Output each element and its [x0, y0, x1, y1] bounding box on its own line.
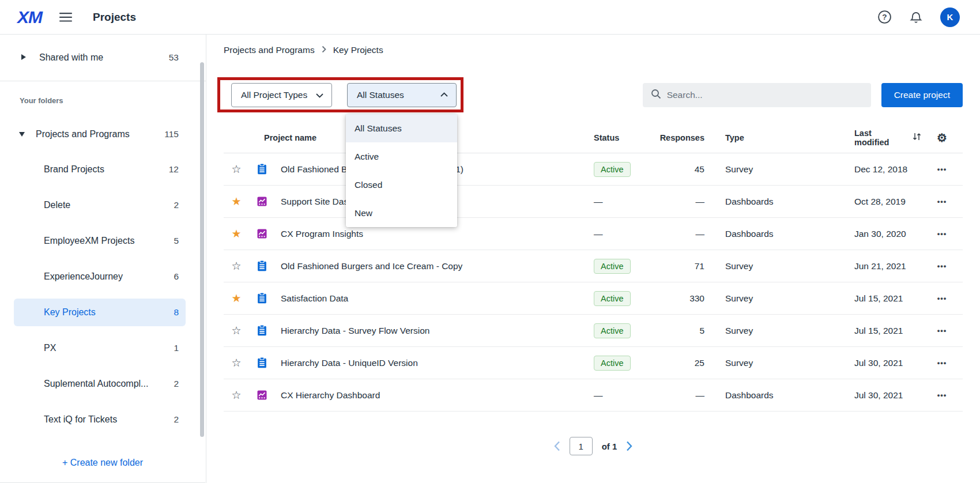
status-option-closed[interactable]: Closed [346, 171, 457, 199]
user-avatar[interactable]: K [940, 7, 960, 27]
folder-label: ExperienceJourney [44, 271, 174, 282]
chevron-up-icon [440, 90, 448, 100]
global-nav-menu-icon[interactable] [59, 13, 72, 22]
column-header-responses[interactable]: Responses [650, 133, 708, 142]
sidebar-item-key-projects[interactable]: Key Projects8 [14, 299, 186, 326]
help-button[interactable]: ? [877, 10, 892, 24]
status-option-new[interactable]: New [346, 199, 457, 227]
project-name[interactable]: CX Hierarchy Dashboard [274, 390, 588, 401]
responses-cell: 330 [650, 293, 708, 304]
star-outline-icon[interactable]: ☆ [224, 324, 249, 337]
table-row[interactable]: ★Satisfaction DataActive330SurveyJul 15,… [224, 282, 963, 315]
table-row[interactable]: ☆Old Fashioned Burgers and Ice Cream - C… [224, 250, 963, 282]
search-input[interactable] [667, 90, 863, 100]
column-header-status[interactable]: Status [588, 133, 650, 142]
create-new-folder-button[interactable]: + Create new folder [62, 458, 143, 468]
star-outline-icon[interactable]: ☆ [224, 356, 249, 369]
your-folders-label: Your folders [20, 96, 206, 105]
table-row[interactable]: ☆Hierarchy Data - UniqueID VersionActive… [224, 347, 963, 379]
project-name[interactable]: Hierarchy Data - Survey Flow Version [274, 326, 588, 336]
row-actions-button[interactable]: ••• [921, 229, 963, 238]
star-outline-icon[interactable]: ☆ [224, 388, 249, 402]
row-actions-button[interactable]: ••• [921, 294, 963, 303]
table-row[interactable]: ☆Hierarchy Data - Survey Flow VersionAct… [224, 315, 963, 347]
folder-count: 1 [174, 343, 179, 353]
folder-label: PX [44, 343, 174, 353]
status-option-active[interactable]: Active [346, 142, 457, 171]
status-select[interactable]: All Statuses [347, 83, 457, 107]
status-option-all-statuses[interactable]: All Statuses [346, 114, 457, 142]
sidebar-folder-list: Brand Projects12Delete2EmployeeXM Projec… [0, 156, 206, 433]
folder-count: 2 [174, 200, 179, 210]
create-project-button[interactable]: Create project [881, 83, 963, 107]
table-row[interactable]: ★CX Program Insights——DashboardsJan 30, … [224, 218, 963, 250]
project-name[interactable]: CX Program Insights [274, 229, 588, 239]
survey-icon [249, 324, 274, 337]
modified-cell: Jul 30, 2021 [840, 358, 921, 368]
status-cell: — [588, 197, 650, 207]
star-outline-icon[interactable]: ☆ [224, 163, 249, 176]
chevron-down-icon [18, 129, 25, 139]
project-name[interactable]: Old Fashioned Burgers and Ice Cream - Co… [274, 261, 588, 271]
row-actions-button[interactable]: ••• [921, 262, 963, 270]
page-title: Projects [93, 11, 136, 24]
ellipsis-icon: ••• [937, 197, 947, 206]
previous-page-button[interactable] [554, 441, 560, 451]
type-cell: Survey [708, 293, 840, 304]
table-row[interactable]: ☆CX Hierarchy Dashboard——DashboardsJul 3… [224, 379, 963, 412]
sidebar-item-experiencejourney[interactable]: ExperienceJourney6 [14, 263, 186, 290]
status-badge: Active [594, 356, 631, 371]
ellipsis-icon: ••• [937, 165, 947, 173]
sidebar-item-employeexm-projects[interactable]: EmployeeXM Projects5 [14, 227, 186, 255]
sidebar-item-shared-with-me[interactable]: Shared with me 53 [0, 35, 206, 81]
sort-icon [913, 133, 921, 142]
ellipsis-icon: ••• [937, 359, 947, 367]
table-row[interactable]: ☆Old Fashioned Burgers and Ice Cream (Qu… [224, 153, 963, 186]
table-settings-button[interactable]: ⚙ [921, 131, 963, 145]
project-name[interactable]: Hierarchy Data - UniqueID Version [274, 358, 588, 368]
star-filled-icon[interactable]: ★ [224, 292, 249, 305]
gear-icon: ⚙ [937, 131, 947, 145]
star-outline-icon[interactable]: ☆ [224, 259, 249, 273]
status-select-value: All Statuses [357, 90, 404, 100]
table-row[interactable]: ★Support Site Dashboard——DashboardsOct 2… [224, 186, 963, 218]
status-cell: Active [588, 291, 650, 306]
row-actions-button[interactable]: ••• [921, 165, 963, 173]
search-box [643, 83, 871, 107]
folder-label: Text iQ for Tickets [44, 414, 174, 425]
sidebar-item-brand-projects[interactable]: Brand Projects12 [14, 156, 186, 183]
project-name[interactable]: Satisfaction Data [274, 293, 588, 304]
row-actions-button[interactable]: ••• [921, 197, 963, 206]
sidebar: Shared with me 53 Your folders Projects … [0, 35, 206, 483]
page-number-input[interactable] [570, 437, 593, 455]
xm-logo[interactable]: XM [17, 7, 42, 27]
column-header-type[interactable]: Type [708, 133, 840, 142]
shared-with-me-count: 53 [169, 52, 179, 63]
row-actions-button[interactable]: ••• [921, 391, 963, 399]
sidebar-item-suplemental-autocompl[interactable]: Suplemental Autocompl...2 [14, 370, 186, 398]
column-header-last-modified[interactable]: Last modified [840, 129, 921, 147]
svg-text:?: ? [882, 13, 887, 21]
next-page-button[interactable] [626, 441, 632, 451]
star-filled-icon[interactable]: ★ [224, 227, 249, 240]
row-actions-button[interactable]: ••• [921, 359, 963, 367]
star-filled-icon[interactable]: ★ [224, 195, 249, 208]
sidebar-scrollbar[interactable] [200, 62, 204, 437]
row-actions-button[interactable]: ••• [921, 326, 963, 335]
sidebar-item-text-iq-for-tickets[interactable]: Text iQ for Tickets2 [14, 406, 186, 433]
table-header: Project name Status Responses Type Last … [224, 122, 963, 153]
responses-cell: — [650, 197, 708, 207]
breadcrumb-item-projects-and-programs[interactable]: Projects and Programs [224, 45, 315, 55]
sidebar-item-projects-and-programs[interactable]: Projects and Programs 115 [0, 129, 206, 139]
responses-cell: 5 [650, 326, 708, 336]
toolbar-right: Create project [643, 83, 963, 107]
modified-cell: Jul 15, 2021 [840, 293, 921, 304]
status-empty: — [594, 390, 603, 400]
type-cell: Survey [708, 261, 840, 271]
sidebar-item-px[interactable]: PX1 [14, 334, 186, 362]
status-cell: — [588, 229, 650, 239]
notifications-bell-button[interactable] [909, 10, 923, 24]
sidebar-item-delete[interactable]: Delete2 [14, 191, 186, 219]
project-type-select[interactable]: All Project Types [231, 83, 332, 107]
status-empty: — [594, 229, 603, 239]
